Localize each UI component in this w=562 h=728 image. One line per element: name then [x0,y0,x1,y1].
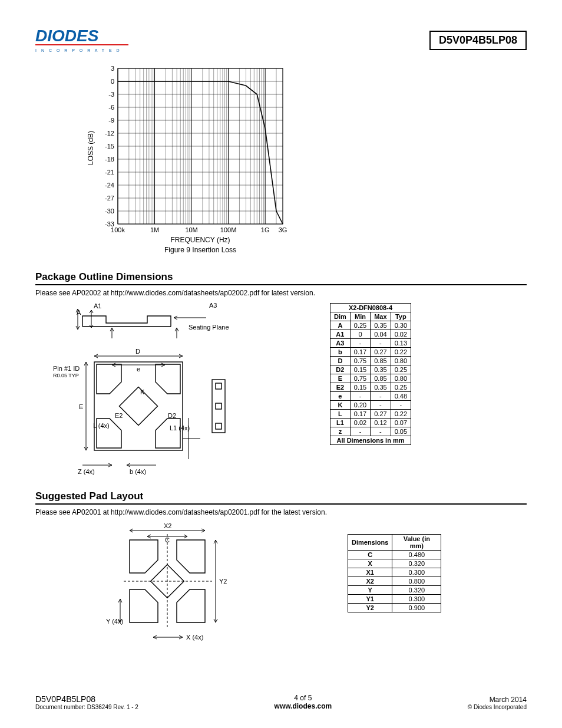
svg-text:A: A [77,309,81,316]
svg-text:Z (4x): Z (4x) [78,468,95,475]
svg-text:LOSS (dB): LOSS (dB) [87,131,95,165]
svg-text:E2: E2 [115,412,123,419]
svg-text:-24: -24 [105,182,114,189]
pad-diagram: X2 C Y2 Y (4x) X (4x) [106,522,242,654]
insertion-loss-chart: 30-3-6-9-12-15-18-21-24-27-30-33 LOSS (d… [82,62,527,259]
pad-table: DimensionsValue (in mm) C0.480X0.320X10.… [348,534,441,612]
svg-rect-85 [216,383,222,389]
svg-text:A1: A1 [94,303,101,309]
pad-layout-heading: Suggested Pad Layout [35,490,527,505]
svg-text:C: C [165,536,170,543]
svg-text:Seating Plane: Seating Plane [189,324,229,331]
svg-text:DIODES: DIODES [35,27,99,45]
svg-rect-84 [212,380,225,433]
svg-text:-6: -6 [108,104,114,111]
svg-text:-9: -9 [108,117,114,124]
svg-text:1M: 1M [150,226,159,233]
svg-text:Pin #1 ID: Pin #1 ID [53,365,80,372]
part-number: D5V0P4B5LP08 [429,31,527,50]
svg-text:-18: -18 [105,156,114,163]
svg-text:FREQUENCY (Hz): FREQUENCY (Hz) [170,236,230,244]
svg-rect-87 [216,423,222,429]
svg-text:D: D [135,348,140,355]
svg-text:E: E [79,403,83,410]
svg-text:X (4x): X (4x) [186,634,203,641]
svg-text:-21: -21 [105,169,114,176]
svg-text:-3: -3 [108,91,114,98]
svg-text:Y (4x): Y (4x) [106,618,123,625]
package-note: Please see AP02002 at http://www.diodes.… [35,289,527,297]
svg-text:X2: X2 [164,522,171,529]
dimensions-table: X2-DFN0808-4 DimMinMaxTyp A0.250.350.30A… [330,303,411,445]
svg-text:1G: 1G [261,226,270,233]
svg-text:-27: -27 [105,195,114,202]
svg-text:0: 0 [111,78,114,85]
svg-text:R0.05 TYP: R0.05 TYP [53,373,79,378]
svg-text:b (4x): b (4x) [130,468,146,475]
diodes-logo: DIODES I N C O R P O R A T E D [35,24,130,57]
svg-text:A3: A3 [209,303,217,309]
svg-text:D2: D2 [168,412,176,419]
svg-text:-15: -15 [105,143,114,150]
svg-rect-83 [119,387,157,425]
package-diagram: A A1 A3 Seating Plane [35,303,247,482]
svg-text:e: e [137,365,140,373]
svg-text:L (4x): L (4x) [93,422,110,429]
svg-text:100k: 100k [111,226,125,233]
package-outline-heading: Package Outline Dimensions [35,271,527,285]
svg-text:L1 (4x): L1 (4x) [170,424,190,431]
svg-text:3: 3 [111,65,114,72]
svg-text:K: K [140,388,145,396]
svg-text:Y2: Y2 [219,578,227,585]
svg-text:100M: 100M [220,226,237,233]
svg-rect-86 [216,403,222,409]
svg-text:Figure 9 Insertion Loss: Figure 9 Insertion Loss [164,246,236,254]
svg-rect-82 [94,362,183,450]
svg-text:-30: -30 [105,207,114,215]
svg-text:10M: 10M [185,226,197,233]
page-footer: D5V0P4B5LP08 Document number: DS36249 Re… [35,694,527,710]
svg-text:I N C O R P O R A T E D: I N C O R P O R A T E D [35,48,121,52]
svg-text:-12: -12 [105,130,114,137]
svg-text:3G: 3G [279,226,287,233]
pad-note: Please see AP02001 at http://www.diodes.… [35,508,527,516]
